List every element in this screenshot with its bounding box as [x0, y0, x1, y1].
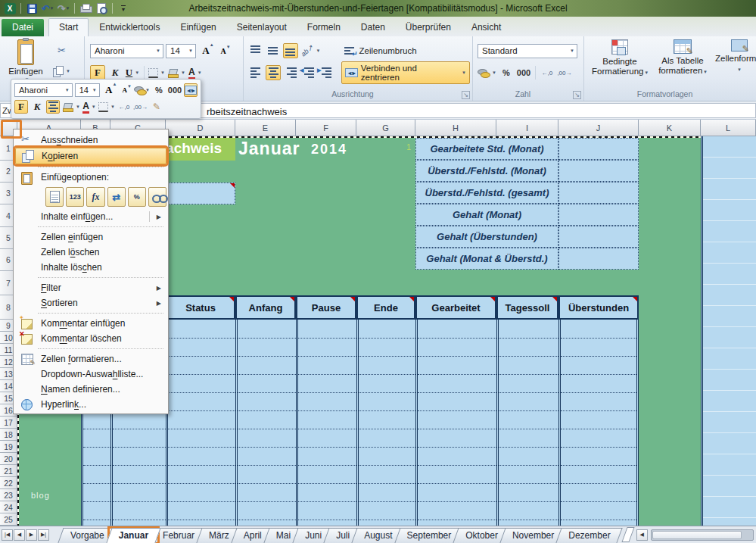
tab-scroll-left-button[interactable]: [636, 529, 648, 541]
redo-button[interactable]: [57, 2, 70, 15]
row-header-18[interactable]: 18: [0, 429, 17, 441]
tab-datei[interactable]: Datei: [2, 19, 44, 36]
borders-button[interactable]: [148, 65, 165, 80]
summary-label-cell[interactable]: Gehalt (Monat & Überstd.): [415, 248, 558, 270]
table-header-pause[interactable]: Pause: [296, 295, 356, 320]
menu-item-zellen-löschen[interactable]: Zellen löschen: [15, 245, 166, 260]
column-header-h[interactable]: H: [415, 120, 496, 136]
qat-customize-button[interactable]: [117, 2, 130, 15]
tab-überprüfen[interactable]: Überprüfen: [396, 19, 461, 36]
table-column[interactable]: [166, 320, 235, 526]
sheet-tab-september[interactable]: September: [397, 528, 462, 543]
save-button[interactable]: [25, 2, 39, 15]
mini-percent-button[interactable]: %: [152, 83, 166, 97]
mini-font-color-button[interactable]: A: [82, 100, 96, 114]
mini-fill-color-button[interactable]: [62, 100, 80, 114]
summary-label-cell[interactable]: Gehalt (Überstunden): [415, 226, 558, 248]
wrap-text-button[interactable]: Zeilenumbruch: [341, 45, 420, 57]
row-header-25[interactable]: 25: [0, 513, 17, 526]
undo-button[interactable]: [41, 2, 54, 15]
mini-decrease-decimal-button[interactable]: ,00→: [133, 100, 148, 114]
decrease-decimal-button[interactable]: ,00→: [557, 65, 572, 80]
currency-format-button[interactable]: [478, 65, 496, 80]
last-sheet-button[interactable]: [38, 529, 49, 541]
paste-link-icon[interactable]: [148, 187, 166, 207]
summary-label-cell[interactable]: Überstd./Fehlstd. (Monat): [415, 160, 558, 182]
font-name-select[interactable]: Aharoni: [90, 44, 163, 58]
menu-item-sortieren[interactable]: Sortieren: [15, 295, 166, 311]
mini-currency-button[interactable]: [134, 83, 150, 97]
row-header-24[interactable]: 24: [0, 501, 17, 513]
mini-bold-button[interactable]: F: [14, 100, 28, 114]
number-format-select[interactable]: Standard: [478, 44, 577, 58]
mini-shrink-font-button[interactable]: A▼: [118, 83, 132, 97]
insert-sheet-tab[interactable]: [623, 527, 633, 542]
thousand-format-button[interactable]: 000: [516, 65, 531, 80]
copy-dropdown-icon[interactable]: [66, 69, 70, 73]
first-sheet-button[interactable]: [2, 529, 13, 541]
font-size-select[interactable]: 14: [166, 44, 196, 58]
mini-font-name-select[interactable]: Aharoni: [14, 83, 73, 97]
decrease-indent-button[interactable]: ◀: [300, 65, 316, 80]
menu-item-zellen-formatieren[interactable]: Zellen formatieren...: [15, 351, 166, 367]
row-header-21[interactable]: 21: [0, 465, 17, 477]
table-column[interactable]: [356, 320, 415, 526]
summary-value-cell[interactable]: [558, 204, 639, 226]
horizontal-scrollbar-thumb[interactable]: [652, 531, 742, 539]
column-header-d[interactable]: D: [166, 120, 235, 136]
mini-increase-decimal-button[interactable]: ←,0: [117, 100, 131, 114]
mini-thousand-button[interactable]: 000: [168, 83, 182, 97]
align-right-button[interactable]: [283, 65, 298, 80]
menu-item-hyperlink[interactable]: Hyperlink...: [15, 397, 166, 412]
merge-center-button[interactable]: Verbinden und zentrieren: [341, 61, 470, 84]
mini-format-painter-button[interactable]: ✎: [150, 100, 163, 114]
mini-merge-center-button[interactable]: [184, 83, 198, 97]
mini-font-size-select[interactable]: 14: [75, 83, 100, 97]
paste-icon[interactable]: [45, 187, 64, 207]
alignment-dialog-launcher[interactable]: [462, 92, 470, 98]
copy-button[interactable]: [53, 64, 70, 79]
table-column[interactable]: [558, 320, 639, 526]
mini-borders-button[interactable]: [98, 100, 115, 114]
summary-label-cell[interactable]: Überstd./Fehlstd. (gesamt): [415, 182, 558, 204]
grow-font-button[interactable]: A▲: [198, 43, 213, 58]
column-header-j[interactable]: J: [558, 120, 639, 136]
menu-item-filter[interactable]: Filter: [15, 280, 166, 295]
paste-formulas-icon[interactable]: fx: [86, 187, 104, 207]
percent-format-button[interactable]: %: [499, 65, 514, 80]
sheet-tab-vorgabe[interactable]: Vorgabe: [61, 528, 114, 543]
menu-item-kommentar-löschen[interactable]: Kommentar löschen: [15, 331, 166, 346]
row-header-19[interactable]: 19: [0, 441, 17, 453]
summary-value-cell[interactable]: [558, 248, 639, 270]
transpose-icon[interactable]: [107, 187, 126, 207]
summary-value-cell[interactable]: [558, 226, 639, 248]
sheet-tab-januar[interactable]: Januar: [109, 528, 158, 543]
next-sheet-button[interactable]: [26, 529, 37, 541]
mini-italic-button[interactable]: K: [30, 100, 44, 114]
column-header-f[interactable]: F: [296, 120, 356, 136]
menu-item-kommentar-einfügen[interactable]: Kommentar einfügen: [15, 316, 166, 331]
bold-button[interactable]: F: [90, 65, 105, 80]
tab-entwicklertools[interactable]: Entwicklertools: [89, 19, 170, 36]
table-column[interactable]: [235, 320, 296, 526]
italic-button[interactable]: K: [107, 65, 123, 80]
table-column[interactable]: [296, 320, 356, 526]
tab-seitenlayout[interactable]: Seitenlayout: [227, 19, 297, 36]
column-header-g[interactable]: G: [356, 120, 415, 136]
summary-value-cell[interactable]: [558, 182, 639, 204]
summary-label-cell[interactable]: Gearbeitete Std. (Monat): [415, 138, 558, 160]
align-left-button[interactable]: [248, 65, 263, 80]
undo-dropdown-icon[interactable]: [49, 6, 54, 11]
cut-button[interactable]: [53, 42, 70, 58]
menu-item-dropdown-auswahlliste[interactable]: Dropdown-Auswahlliste...: [15, 367, 166, 382]
number-dialog-launcher[interactable]: [573, 92, 581, 98]
horizontal-scrollbar[interactable]: [651, 529, 754, 541]
table-header-anfang[interactable]: Anfang: [235, 295, 296, 320]
shrink-font-button[interactable]: A▼: [216, 43, 231, 58]
align-middle-button[interactable]: [266, 43, 281, 58]
table-header-gearbeitet[interactable]: Gearbeitet: [415, 295, 496, 320]
table-header-überstunden[interactable]: Überstunden: [558, 295, 639, 320]
tab-einfügen[interactable]: Einfügen: [170, 19, 226, 36]
print-preview-button[interactable]: [95, 2, 108, 15]
menu-item-inhalte-löschen[interactable]: Inhalte löschen: [15, 260, 166, 275]
